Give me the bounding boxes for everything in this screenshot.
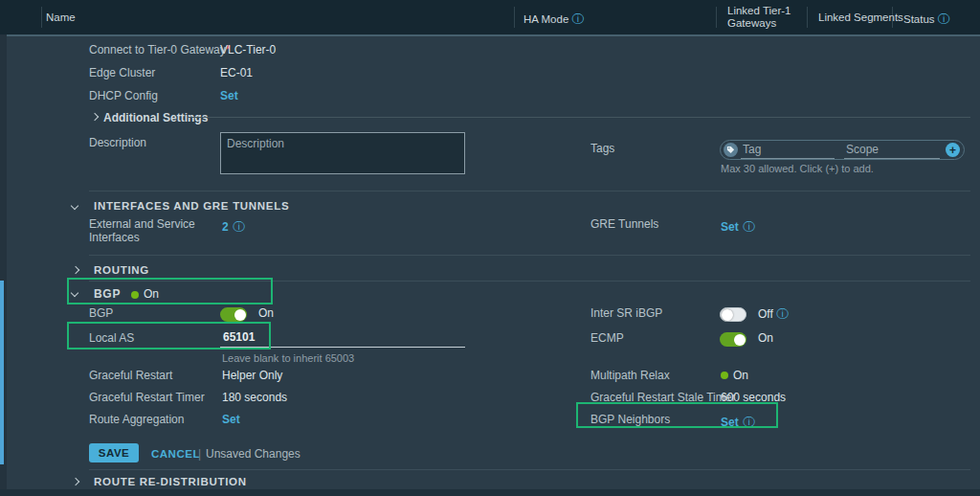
section-divider — [89, 281, 970, 282]
connect-tier0-label: Connect to Tier-0 Gateway* — [89, 43, 230, 56]
bgp-toggle-label: BGP — [89, 306, 113, 320]
inter-sr-ibgp-info-icon[interactable]: ⓘ — [776, 307, 789, 321]
multipath-relax-state: On — [733, 369, 748, 382]
scope-input[interactable] — [844, 143, 940, 159]
gre-tunnels-set-link[interactable]: Set — [721, 220, 739, 234]
redistribution-section-header[interactable]: ROUTE RE-DISTRIBUTION — [94, 476, 247, 487]
bgp-neighbors-value: Set ⓘ — [721, 413, 755, 431]
column-header-status: Status ⓘ — [903, 11, 949, 28]
local-as-input-underline — [220, 347, 465, 348]
graceful-restart-timer-value: 180 seconds — [222, 391, 287, 404]
ecmp-toggle[interactable] — [720, 332, 746, 347]
toggle-knob — [734, 334, 746, 346]
tag-icon — [724, 143, 738, 157]
unsaved-changes-text: Unsaved Changes — [206, 447, 301, 461]
tier1-gateway-edit-panel: Name HA Mode ⓘ Linked Tier-1 Gateways Li… — [0, 0, 980, 496]
inter-sr-ibgp-label: Inter SR iBGP — [590, 306, 662, 320]
route-aggregation-set-link[interactable]: Set — [222, 413, 240, 426]
routing-section-header[interactable]: ROUTING — [94, 264, 149, 276]
bgp-toggle[interactable] — [220, 307, 247, 322]
status-info-icon[interactable]: ⓘ — [938, 12, 950, 26]
column-divider — [807, 7, 808, 28]
chevron-right-icon — [72, 266, 79, 274]
external-interfaces-info-icon[interactable]: ⓘ — [233, 220, 245, 234]
tags-label: Tags — [590, 142, 614, 155]
column-divider — [514, 7, 515, 28]
edge-cluster-value: EC-01 — [220, 66, 253, 79]
local-as-value[interactable]: 65101 — [223, 330, 255, 344]
bgp-status-dot — [131, 291, 139, 299]
chevron-right-icon — [72, 478, 79, 485]
dhcp-config-set-link[interactable]: Set — [220, 89, 238, 102]
column-divider — [716, 7, 717, 28]
graceful-restart-stale-timer-label: Graceful Restart Stale Timer — [590, 391, 735, 404]
column-header-linked-t1: Linked Tier-1 Gateways — [727, 5, 806, 30]
row-highlight-strip — [0, 34, 980, 36]
additional-settings-toggle[interactable]: Additional Settings — [103, 111, 208, 124]
bgp-toggle-state: On — [258, 306, 274, 320]
graceful-restart-timer-label: Graceful Restart Timer — [89, 391, 205, 404]
section-divider — [89, 469, 970, 470]
graceful-restart-value: Helper Only — [222, 369, 282, 382]
scrollbar-thumb[interactable] — [0, 281, 4, 464]
section-divider — [89, 191, 970, 192]
chevron-down-icon — [71, 202, 78, 210]
external-interfaces-label-line2: Interfaces — [89, 231, 140, 244]
ha-mode-info-icon[interactable]: ⓘ — [572, 12, 585, 26]
add-tag-icon[interactable]: + — [946, 143, 960, 157]
external-interfaces-count-link[interactable]: 2 — [222, 220, 229, 234]
description-input[interactable] — [220, 132, 465, 174]
description-label: Description — [89, 136, 146, 149]
bgp-section-status: On — [144, 287, 159, 301]
footer-separator: | — [198, 447, 201, 461]
edge-cluster-label: Edge Cluster — [89, 66, 155, 79]
connect-tier0-value: VLC-Tier-0 — [220, 43, 276, 56]
interfaces-section-header[interactable]: INTERFACES AND GRE TUNNELS — [94, 200, 289, 212]
gre-tunnels-value: Set ⓘ — [721, 217, 755, 236]
graceful-restart-label: Graceful Restart — [89, 369, 172, 382]
external-interfaces-label-line1: External and Service — [89, 217, 195, 231]
column-header-ha-mode: HA Mode ⓘ — [523, 11, 584, 28]
chevron-right-icon — [91, 113, 99, 121]
local-as-hint: Leave blank to inherit 65003 — [222, 352, 354, 364]
route-aggregation-label: Route Aggregation — [89, 413, 184, 426]
tags-hint: Max 30 allowed. Click (+) to add. — [721, 163, 874, 174]
tag-glyph — [726, 146, 735, 154]
toggle-knob — [722, 309, 733, 321]
bottom-edge-strip — [0, 489, 980, 496]
chevron-down-icon — [71, 289, 78, 297]
gateway-table-header: Name HA Mode ⓘ Linked Tier-1 Gateways Li… — [0, 0, 980, 34]
additional-settings-rule — [188, 117, 970, 118]
bgp-neighbors-label: BGP Neighbors — [590, 413, 670, 426]
multipath-relax-status-dot — [721, 372, 728, 379]
external-interfaces-value: 2 ⓘ — [222, 217, 245, 236]
inter-sr-ibgp-toggle[interactable] — [720, 307, 746, 322]
inter-sr-ibgp-state: Off ⓘ — [758, 306, 789, 323]
gre-tunnels-info-icon[interactable]: ⓘ — [743, 220, 755, 234]
dhcp-config-label: DHCP Config — [89, 89, 158, 102]
column-divider — [41, 7, 42, 28]
column-header-linked-segments: Linked Segments — [818, 11, 903, 23]
multipath-relax-label: Multipath Relax — [590, 369, 670, 382]
save-button[interactable]: SAVE — [89, 443, 139, 462]
bgp-neighbors-info-icon[interactable]: ⓘ — [743, 416, 755, 429]
gre-tunnels-label: GRE Tunnels — [590, 217, 658, 231]
bgp-section-header[interactable]: BGP — [94, 287, 121, 301]
column-header-name: Name — [46, 11, 76, 23]
bgp-neighbors-set-link[interactable]: Set — [721, 416, 739, 429]
cancel-button[interactable]: CANCEL — [151, 448, 200, 460]
tag-input[interactable] — [741, 143, 835, 159]
graceful-restart-stale-timer-value: 600 seconds — [721, 391, 786, 404]
toggle-knob — [234, 309, 246, 321]
local-as-label: Local AS — [89, 331, 134, 345]
section-divider — [89, 255, 970, 256]
ecmp-state: On — [758, 331, 773, 345]
ecmp-label: ECMP — [590, 331, 624, 345]
